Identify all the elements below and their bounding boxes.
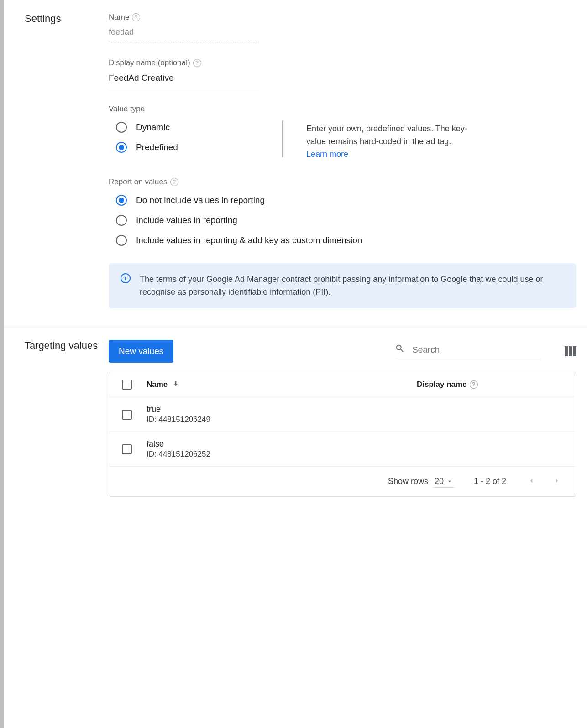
next-page-button[interactable] <box>551 475 563 488</box>
column-header-name[interactable]: Name <box>147 380 417 390</box>
section-targeting-label: Targeting values <box>4 340 109 497</box>
row-id: ID: 448151206249 <box>147 415 417 424</box>
select-all-checkbox[interactable] <box>122 380 132 390</box>
radio-icon <box>116 142 127 153</box>
radio-report-include-dimension[interactable]: Include values in reporting & add key as… <box>109 230 576 250</box>
help-icon[interactable]: ? <box>470 380 478 389</box>
radio-icon <box>116 235 127 246</box>
new-values-button[interactable]: New values <box>109 340 173 363</box>
value-type-help-text: Enter your own, predefined values. The k… <box>283 117 474 161</box>
value-type-label: Value type <box>109 104 145 114</box>
table-row[interactable]: false ID: 448151206252 <box>109 432 576 467</box>
row-id: ID: 448151206252 <box>147 450 417 459</box>
display-name-field-label: Display name (optional) <box>109 58 190 68</box>
name-field-label: Name <box>109 13 129 22</box>
row-checkbox[interactable] <box>122 410 132 420</box>
name-input[interactable] <box>109 26 259 42</box>
learn-more-link[interactable]: Learn more <box>306 150 348 159</box>
window-shadow <box>0 0 4 728</box>
radio-report-none[interactable]: Do not include values in reporting <box>109 190 576 210</box>
display-name-input[interactable] <box>109 71 259 88</box>
pii-info-banner: i The terms of your Google Ad Manager co… <box>109 263 576 309</box>
page-size-select[interactable]: 20 <box>433 476 455 488</box>
info-icon: i <box>121 273 131 283</box>
vertical-divider <box>282 121 283 157</box>
help-icon[interactable]: ? <box>193 59 201 67</box>
table-row[interactable]: true ID: 448151206249 <box>109 397 576 432</box>
help-icon[interactable]: ? <box>132 13 140 21</box>
radio-icon <box>116 122 127 133</box>
search-icon <box>395 343 405 356</box>
section-settings-label: Settings <box>4 13 109 308</box>
show-rows-label: Show rows <box>388 477 428 486</box>
radio-label: Do not include values in reporting <box>136 195 265 205</box>
section-divider <box>4 327 587 327</box>
radio-icon <box>116 215 127 226</box>
radio-value-type-dynamic[interactable]: Dynamic <box>109 117 282 137</box>
report-values-label: Report on values <box>109 177 168 187</box>
chevron-left-icon <box>527 477 535 485</box>
radio-label: Predefined <box>136 142 178 152</box>
sort-descending-icon <box>168 380 179 390</box>
chevron-right-icon <box>553 477 561 485</box>
column-header-display-name[interactable]: Display name ? <box>417 380 563 389</box>
prev-page-button[interactable] <box>525 475 537 488</box>
chevron-down-icon <box>446 478 453 484</box>
info-text: The terms of your Google Ad Manager cont… <box>140 273 564 299</box>
radio-value-type-predefined[interactable]: Predefined <box>109 137 282 157</box>
columns-icon[interactable] <box>565 346 576 356</box>
row-name: true <box>147 405 417 414</box>
radio-label: Include values in reporting <box>136 215 237 225</box>
values-table: Name Display name ? <box>109 372 576 497</box>
radio-label: Dynamic <box>136 122 170 132</box>
row-name: false <box>147 439 417 449</box>
search-input[interactable] <box>411 344 541 355</box>
radio-icon <box>116 195 127 206</box>
help-icon[interactable]: ? <box>170 178 178 186</box>
radio-report-include[interactable]: Include values in reporting <box>109 210 576 230</box>
radio-label: Include values in reporting & add key as… <box>136 235 362 245</box>
row-checkbox[interactable] <box>122 444 132 454</box>
pagination-range: 1 - 2 of 2 <box>474 477 506 486</box>
